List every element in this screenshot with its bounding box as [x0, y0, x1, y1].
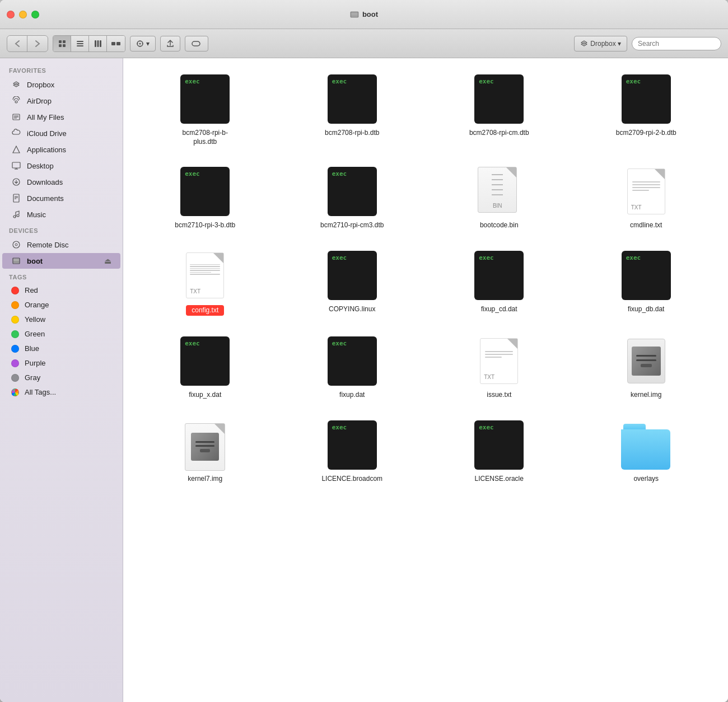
file-item-fixup-cd-dat[interactable]: exec fixup_cd.dat: [428, 246, 570, 321]
file-item-bootcode-bin[interactable]: BIN bootcode.bin: [428, 162, 570, 235]
purple-tag-dot: [11, 359, 19, 367]
sidebar-item-desktop-label: Desktop: [27, 162, 54, 170]
exec-icon: exec: [180, 74, 230, 124]
airdrop-icon: [11, 96, 21, 106]
maximize-button[interactable]: [31, 11, 39, 18]
tag-button[interactable]: [185, 36, 208, 52]
file-item-config-txt[interactable]: TXT config.txt: [134, 246, 276, 321]
svg-rect-9: [77, 45, 83, 46]
file-name: issue.txt: [487, 391, 511, 400]
back-button[interactable]: [7, 36, 27, 52]
boot-drive-icon: [11, 256, 21, 266]
file-item-bcm2708-rpi-b-plus[interactable]: exec bcm2708-rpi-b-plus.dtb: [134, 69, 276, 151]
exec-icon: exec: [180, 336, 230, 386]
file-item-issue-txt[interactable]: TXT issue.txt: [428, 331, 570, 404]
purple-tag-label: Purple: [25, 359, 46, 367]
file-item-kernel-img[interactable]: kernel.img: [576, 331, 717, 404]
sidebar-item-icloud[interactable]: iCloud Drive: [2, 125, 120, 141]
sidebar-item-remote-disc[interactable]: Remote Disc: [2, 237, 120, 252]
file-name: bcm2710-rpi-cm3.dtb: [320, 221, 384, 230]
file-name: LICENSE.oracle: [475, 475, 524, 484]
sidebar-item-all-tags[interactable]: All Tags...: [2, 385, 120, 399]
tags-section-label: Tags: [0, 269, 123, 283]
file-item-fixup-db-dat[interactable]: exec fixup_db.dat: [576, 246, 717, 321]
cover-flow-button[interactable]: [107, 36, 125, 52]
exec-icon: exec: [328, 251, 377, 300]
file-item-kernel7-img[interactable]: kernel7.img: [134, 415, 276, 488]
file-name: overlays: [633, 475, 659, 484]
svg-rect-40: [13, 259, 19, 263]
search-input[interactable]: [632, 37, 721, 50]
file-name: bcm2708-rpi-b.dtb: [325, 129, 379, 138]
forward-button[interactable]: [27, 36, 48, 52]
close-button[interactable]: [7, 11, 15, 18]
sidebar-item-tag-orange[interactable]: Orange: [2, 298, 120, 312]
toolbar: ▾ Dropbox ▾: [0, 29, 728, 58]
sidebar-item-tag-gray[interactable]: Gray: [2, 371, 120, 385]
sidebar-item-documents-label: Documents: [27, 194, 64, 203]
sidebar-item-airdrop[interactable]: AirDrop: [2, 93, 120, 109]
file-name: fixup_db.dat: [628, 305, 664, 314]
file-name: bootcode.bin: [480, 221, 519, 230]
nav-buttons: [7, 35, 48, 52]
file-item-licence-broadcom[interactable]: exec LICENCE.broadcom: [282, 415, 423, 488]
svg-rect-12: [100, 40, 101, 47]
file-name: bcm2710-rpi-3-b.dtb: [175, 221, 235, 230]
eject-icon[interactable]: ⏏: [104, 256, 111, 265]
sidebar-item-music[interactable]: Music: [2, 207, 120, 222]
file-item-bcm2710-rpi-3-b[interactable]: exec bcm2710-rpi-3-b.dtb: [134, 162, 276, 235]
svg-point-20: [142, 43, 143, 44]
sidebar-item-tag-red[interactable]: Red: [2, 283, 120, 297]
action-button[interactable]: ▾: [130, 36, 156, 52]
file-item-overlays[interactable]: overlays: [576, 415, 717, 488]
file-name: cmdline.txt: [630, 221, 662, 230]
applications-icon: [11, 144, 21, 155]
sidebar-item-tag-purple[interactable]: Purple: [2, 356, 120, 370]
file-item-cmdline-txt[interactable]: TXT cmdline.txt: [576, 162, 717, 235]
sidebar-item-tag-green[interactable]: Green: [2, 327, 120, 341]
sidebar-item-tag-yellow[interactable]: Yellow: [2, 312, 120, 326]
file-name: bcm2709-rpi-2-b.dtb: [616, 129, 676, 138]
file-item-bcm2710-rpi-cm3[interactable]: exec bcm2710-rpi-cm3.dtb: [282, 162, 423, 235]
sidebar-item-tag-blue[interactable]: Blue: [2, 341, 120, 355]
sidebar-item-desktop[interactable]: Desktop: [2, 158, 120, 174]
file-icon: exec: [180, 74, 230, 124]
red-tag-dot: [11, 287, 19, 294]
file-icon: [621, 420, 671, 470]
column-view-button[interactable]: [89, 36, 107, 52]
exec-icon: exec: [474, 251, 524, 300]
list-view-button[interactable]: [71, 36, 89, 52]
file-item-bcm2708-rpi-cm[interactable]: exec bcm2708-rpi-cm.dtb: [428, 69, 570, 151]
file-item-bcm2708-rpi-b[interactable]: exec bcm2708-rpi-b.dtb: [282, 69, 423, 151]
sidebar-item-dropbox[interactable]: Dropbox: [2, 77, 120, 92]
svg-point-37: [13, 241, 20, 248]
svg-rect-1: [351, 12, 358, 17]
file-item-fixup-dat[interactable]: exec fixup.dat: [282, 331, 423, 404]
sidebar-item-music-label: Music: [27, 210, 46, 219]
sidebar-item-downloads[interactable]: Downloads: [2, 174, 120, 190]
file-item-fixup-x-dat[interactable]: exec fixup_x.dat: [134, 331, 276, 404]
icon-view-button[interactable]: [53, 36, 71, 52]
share-button[interactable]: [160, 36, 180, 52]
sidebar-item-dropbox-label: Dropbox: [27, 81, 54, 89]
exec-icon: exec: [474, 74, 524, 124]
file-item-bcm2709-rpi-2-b[interactable]: exec bcm2709-rpi-2-b.dtb: [576, 69, 717, 151]
svg-rect-13: [111, 42, 115, 45]
file-icon: [621, 336, 671, 386]
svg-rect-10: [95, 40, 96, 47]
file-icon: exec: [327, 420, 377, 470]
sidebar-item-applications[interactable]: Applications: [2, 142, 120, 157]
sidebar-item-boot[interactable]: boot ⏏: [2, 253, 120, 269]
sidebar-item-all-my-files[interactable]: All My Files: [2, 109, 120, 125]
file-item-license-oracle[interactable]: exec LICENSE.oracle: [428, 415, 570, 488]
exec-icon: exec: [180, 167, 230, 216]
file-item-copying-linux[interactable]: exec COPYING.linux: [282, 246, 423, 321]
red-tag-label: Red: [25, 286, 38, 294]
svg-rect-11: [97, 40, 99, 47]
minimize-button[interactable]: [19, 11, 27, 18]
blue-tag-dot: [11, 345, 19, 353]
sidebar-item-documents[interactable]: Documents: [2, 190, 120, 206]
svg-point-36: [17, 214, 19, 217]
dropbox-button[interactable]: Dropbox ▾: [574, 36, 627, 52]
file-name: kernel7.img: [188, 475, 222, 484]
